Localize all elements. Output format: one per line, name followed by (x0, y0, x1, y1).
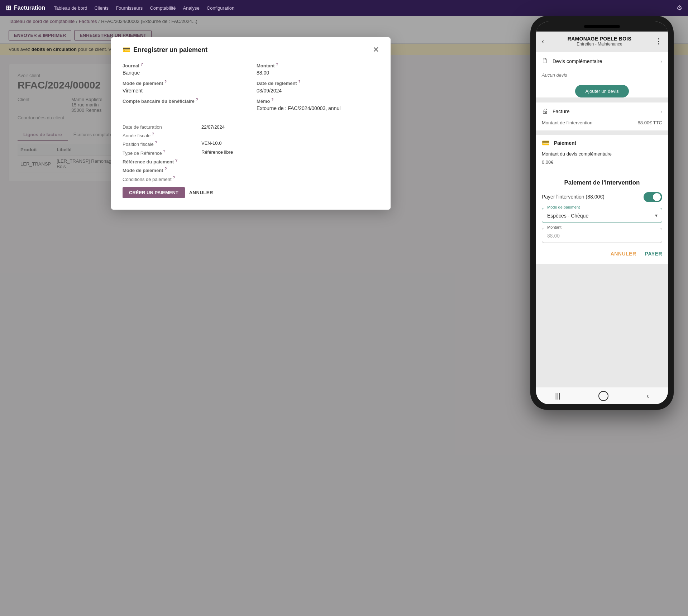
facture-icon: 🖨 (542, 108, 548, 115)
paiement-label: Paiement (554, 140, 662, 146)
value-type-ref: Référence libre (201, 149, 379, 156)
menu-comptabilite[interactable]: Comptabilité (150, 5, 176, 11)
label-conditions: Conditions de paiement ? (123, 176, 201, 182)
phone-mockup: ‹ RAMONAGE POELE BOIS Entretien - Mainte… (530, 16, 674, 410)
field-mode-paiement: Mode de paiement ? Virement (123, 80, 245, 93)
phone-facture-details: Montant de l'intervention 88.00€ TTC (536, 120, 668, 133)
phone-notch (584, 25, 620, 28)
label-date-facturation: Date de facturation (123, 124, 201, 130)
select-arrow-icon: ▾ (655, 213, 658, 218)
value-mode-paiement2 (201, 167, 379, 173)
devis-icon: 🗒 (542, 57, 548, 65)
modal-icon: 💳 (123, 46, 130, 54)
menu-fournisseurs[interactable]: Fournisseurs (116, 5, 143, 11)
devis-sub: Aucun devis (536, 70, 668, 82)
phone-header-sub: Entretien - Maintenance (544, 42, 655, 47)
modal-header: 💳 Enregistrer un paiement ✕ (123, 46, 379, 54)
phone-annuler-button[interactable]: ANNULER (611, 251, 636, 257)
label-ref-paiement: Référence du paiement ? (123, 158, 201, 164)
montant-label: Montant (546, 225, 563, 229)
field-montant: Montant ? 88,00 (257, 62, 379, 76)
phone-nav-lines[interactable]: ||| (555, 392, 561, 400)
phone-app-header: ‹ RAMONAGE POELE BOIS Entretien - Mainte… (536, 32, 668, 50)
nav-right: ⚙ (677, 4, 682, 12)
facture-chevron: › (660, 109, 662, 114)
mode-paiement-label: Mode de paiement (546, 205, 581, 209)
phone-payer-button[interactable]: PAYER (645, 251, 662, 257)
value-montant: 88,00 (257, 70, 379, 76)
montant-intervention-value: 88.00€ TTC (638, 120, 662, 125)
modal-extra-fields: Date de facturation 22/07/2024 Année fis… (123, 120, 379, 184)
devis-chevron: › (660, 58, 662, 64)
field-memo: Mémo ? Extourne de : FAC/2024/00003, ann… (257, 98, 379, 111)
phone-mode-paiement-select[interactable]: Mode de paiement Espèces - Chèque ▾ (542, 208, 662, 223)
grid-icon: ⊞ (6, 4, 11, 12)
phone-paiement-card: 💳 Paiement Montant du devis complémentai… (536, 135, 668, 264)
phone-devis-row[interactable]: 🗒 Devis complémentaire › (536, 52, 668, 70)
value-position-fiscale: VEN-10.0 (201, 140, 379, 147)
modal-actions: CRÉER UN PAIEMENT ANNULER (123, 187, 379, 198)
settings-icon[interactable]: ⚙ (677, 4, 682, 11)
value-ref-paiement (201, 158, 379, 164)
devis-label: Devis complémentaire (553, 58, 660, 64)
modal-close-button[interactable]: ✕ (373, 46, 379, 54)
phone-paiement-header: 💳 Paiement (536, 135, 668, 151)
phone-menu-button[interactable]: ⋮ (655, 37, 662, 46)
phone-payment-modal: Paiement de l'intervention Payer l'inter… (536, 172, 668, 264)
brand-logo: ⊞ Facturation (6, 4, 45, 12)
payment-toggle-row: Payer l'intervention (88.00€) (542, 192, 662, 202)
value-journal: Banque (123, 70, 245, 76)
field-date-reglement: Date de règlement ? 03/09/2024 (257, 80, 379, 93)
main-menu: Tableau de bord Clients Fournisseurs Com… (54, 5, 234, 11)
label-memo: Mémo ? (257, 98, 379, 104)
paiement-devis-label: Montant du devis complémentaire (536, 151, 668, 159)
modal-fields-grid: Journal ? Banque Mode de paiement ? Vire… (123, 62, 379, 111)
paiement-devis-value: 0,00€ (536, 159, 668, 169)
label-annee-fiscale: Année fiscale ? (123, 132, 201, 138)
phone-modal-actions: ANNULER PAYER (542, 248, 662, 257)
montant-intervention-label: Montant de l'intervention (542, 120, 592, 125)
facture-label: Facture (553, 109, 660, 114)
phone-notch-bar (536, 22, 668, 32)
cancel-button[interactable]: ANNULER (189, 190, 213, 195)
phone-facture-card: 🖨 Facture › Montant de l'intervention 88… (536, 102, 668, 133)
field-compte-bancaire: Compte bancaire du bénéficiaire ? (123, 98, 245, 105)
menu-clients[interactable]: Clients (94, 5, 109, 11)
label-journal: Journal ? (123, 62, 245, 68)
label-position-fiscale: Position fiscale ? (123, 140, 201, 147)
label-montant: Montant ? (257, 62, 379, 68)
mode-paiement-value: Espèces - Chèque (547, 213, 588, 219)
phone-facture-row[interactable]: 🖨 Facture › (536, 102, 668, 120)
value-date-facturation: 22/07/2024 (201, 124, 379, 130)
value-mode-paiement: Virement (123, 88, 245, 94)
payment-modal-title: Paiement de l'intervention (542, 179, 662, 186)
label-mode-paiement: Mode de paiement ? (123, 80, 245, 86)
phone-screen: ‹ RAMONAGE POELE BOIS Entretien - Mainte… (536, 22, 668, 404)
value-memo: Extourne de : FAC/2024/00003, annul (257, 105, 379, 111)
paiement-icon: 💳 (542, 139, 550, 147)
phone-bottom-nav: ||| ‹ (536, 387, 668, 404)
modal-right-col: Montant ? 88,00 Date de règlement ? 03/0… (257, 62, 379, 111)
phone-montant-field[interactable]: Montant 88.00 (542, 228, 662, 243)
value-date-reglement: 03/09/2024 (257, 88, 379, 94)
phone-nav-home[interactable] (598, 391, 608, 401)
value-annee-fiscale (201, 132, 379, 138)
phone-nav-back[interactable]: ‹ (646, 392, 649, 400)
menu-tableau-de-bord[interactable]: Tableau de bord (54, 5, 87, 11)
phone-header-title-group: RAMONAGE POELE BOIS Entretien - Maintena… (544, 36, 655, 47)
toggle-thumb (653, 193, 661, 201)
value-conditions (201, 176, 379, 182)
add-devis-button[interactable]: Ajouter un devis (575, 85, 629, 97)
menu-configuration[interactable]: Configuration (207, 5, 234, 11)
menu-analyse[interactable]: Analyse (183, 5, 200, 11)
top-navigation: ⊞ Facturation Tableau de bord Clients Fo… (0, 0, 688, 16)
create-payment-button[interactable]: CRÉER UN PAIEMENT (123, 187, 185, 198)
modal-left-col: Journal ? Banque Mode de paiement ? Vire… (123, 62, 245, 111)
phone-devis-card: 🗒 Devis complémentaire › Aucun devis Ajo… (536, 52, 668, 97)
phone-header-main: RAMONAGE POELE BOIS (544, 36, 655, 42)
label-date-reglement: Date de règlement ? (257, 80, 379, 86)
modal-title: 💳 Enregistrer un paiement (123, 46, 207, 54)
field-journal: Journal ? Banque (123, 62, 245, 76)
payment-toggle[interactable] (644, 192, 662, 202)
payment-modal: 💳 Enregistrer un paiement ✕ Journal ? Ba… (111, 37, 391, 210)
